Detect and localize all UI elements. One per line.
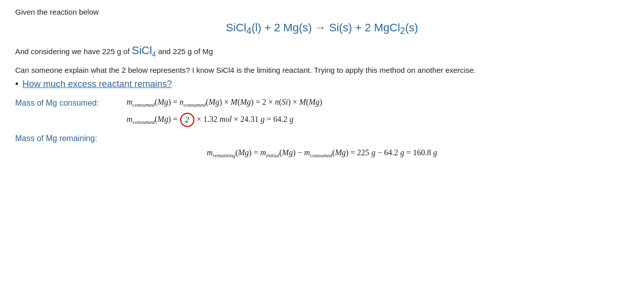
mass-consumed-line2: mconsumed(Mg) = 2 × 1.32 mol × 24.31 g =…	[127, 113, 629, 127]
given-suffix: and 225 g of Mg	[158, 47, 213, 56]
given-line: And considering we have 225 g of SiCl4 a…	[15, 44, 629, 58]
mass-remaining-label: Mass of Mg remaining:	[15, 133, 127, 143]
reaction-equation: SiCl4(l) + 2 Mg(s) → Si(s) + 2 MgCl2(s)	[15, 21, 629, 36]
mass-consumed-section: Mass of Mg consumed: mconsumed(Mg) = nco…	[15, 98, 629, 127]
bullet-dot: •	[15, 79, 18, 90]
given-prefix: And considering we have 225 g of	[15, 47, 130, 56]
mass-consumed-formulas: mconsumed(Mg) = nconsumed(Mg) × M(Mg) = …	[127, 98, 629, 127]
mass-consumed-line1: mconsumed(Mg) = nconsumed(Mg) × M(Mg) = …	[127, 98, 629, 108]
mass-remaining-section: Mass of Mg remaining:	[15, 133, 629, 143]
circled-2: 2	[180, 113, 194, 127]
bullet-link-row: • How much excess reactant remains?	[15, 79, 629, 90]
sicl4-formula: SiCl4	[132, 44, 156, 58]
mass-consumed-label: Mass of Mg consumed:	[15, 98, 127, 108]
question-text: Can someone explain what the 2 below rep…	[15, 65, 629, 76]
excess-reactant-link[interactable]: How much excess reactant remains?	[22, 79, 172, 90]
intro-text: Given the reaction below	[15, 8, 629, 16]
mass-remaining-equation: mremaining(Mg) = minitial(Mg) − mconsume…	[15, 148, 629, 158]
